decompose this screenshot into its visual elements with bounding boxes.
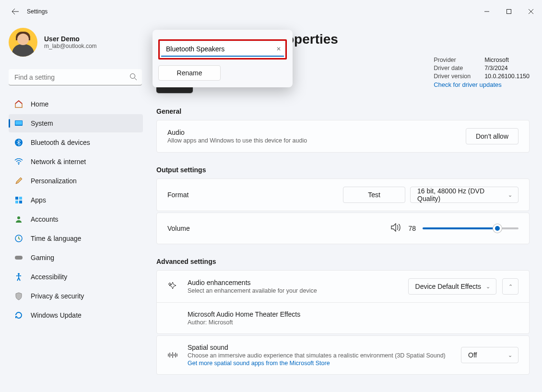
avatar xyxy=(9,28,37,57)
rename-popup: ✕ Rename xyxy=(153,30,293,87)
sidebar-item-label: Privacy & security xyxy=(31,292,84,300)
window-controls xyxy=(476,4,542,19)
driver-date-label: Driver date xyxy=(434,65,477,71)
volume-slider[interactable] xyxy=(423,227,518,229)
sidebar-item-label: System xyxy=(31,119,53,127)
section-output-label: Output settings xyxy=(156,166,530,174)
nav: Home System Bluetooth & devices Network … xyxy=(9,95,143,324)
window-title: Settings xyxy=(27,8,47,15)
search-icon xyxy=(130,73,137,83)
system-icon xyxy=(14,119,23,128)
spatial-dropdown[interactable]: Off ⌄ xyxy=(461,347,518,363)
sidebar-item-time[interactable]: Time & language xyxy=(9,229,143,248)
sidebar-item-label: Gaming xyxy=(31,254,54,261)
sidebar-item-label: Home xyxy=(31,100,48,108)
theater-title: Microsoft Audio Home Theater Effects xyxy=(188,310,300,318)
sidebar-item-accounts[interactable]: Accounts xyxy=(9,210,143,228)
sidebar-item-personalization[interactable]: Personalization xyxy=(9,172,143,190)
clock-icon xyxy=(14,234,23,243)
theater-author: Author: Microsoft xyxy=(188,319,300,326)
volume-label: Volume xyxy=(167,225,190,232)
audio-title: Audio xyxy=(167,129,307,136)
section-general-label: General xyxy=(156,107,530,115)
provider-value: Microsoft xyxy=(484,57,509,63)
sidebar-item-label: Apps xyxy=(31,196,46,204)
update-icon xyxy=(14,311,23,320)
arrow-left-icon xyxy=(12,8,19,15)
driver-info: ProviderMicrosoft Driver date7/3/2024 Dr… xyxy=(434,57,530,88)
user-profile[interactable]: User Demo m_lab@outlook.com xyxy=(9,23,143,66)
svg-point-7 xyxy=(18,164,19,165)
title-bar: Settings xyxy=(0,0,542,23)
card-spatial: Spatial sound Choose an immersive audio … xyxy=(156,335,530,375)
sidebar-item-privacy[interactable]: Privacy & security xyxy=(9,287,143,305)
svg-rect-10 xyxy=(15,201,18,203)
test-button[interactable]: Test xyxy=(343,187,405,203)
volume-value: 78 xyxy=(408,225,416,232)
section-advanced-label: Advanced settings xyxy=(156,258,530,265)
clear-icon[interactable]: ✕ xyxy=(276,46,281,52)
sidebar-item-apps[interactable]: Apps xyxy=(9,191,143,209)
spatial-title: Spatial sound xyxy=(188,344,446,351)
spatial-store-link[interactable]: Get more spatial sound apps from the Mic… xyxy=(188,360,446,367)
shield-icon xyxy=(14,292,23,300)
enhancements-dropdown[interactable]: Device Default Effects ⌄ xyxy=(408,278,496,295)
driver-version-label: Driver version xyxy=(434,73,477,80)
sidebar-item-bluetooth[interactable]: Bluetooth & devices xyxy=(9,133,143,152)
driver-version-value: 10.0.26100.1150 xyxy=(484,73,530,80)
card-format: Format Test 16 bit, 48000 Hz (DVD Qualit… xyxy=(156,178,530,211)
svg-rect-9 xyxy=(19,197,22,200)
sidebar-item-update[interactable]: Windows Update xyxy=(9,306,143,324)
rename-field-highlight xyxy=(158,39,287,59)
svg-line-3 xyxy=(135,78,137,81)
user-name: User Demo xyxy=(44,35,97,43)
search-field[interactable] xyxy=(9,69,142,85)
maximize-button[interactable] xyxy=(498,4,520,19)
close-button[interactable] xyxy=(520,4,542,19)
accessibility-icon xyxy=(14,273,23,281)
card-volume: Volume 78 xyxy=(156,213,530,244)
svg-point-15 xyxy=(18,273,20,275)
brush-icon xyxy=(14,177,23,185)
rename-button[interactable]: Rename xyxy=(158,65,221,81)
check-for-updates-link[interactable]: Check for driver updates xyxy=(434,81,530,88)
dont-allow-button[interactable]: Don't allow xyxy=(466,128,518,144)
chevron-up-icon: ⌃ xyxy=(508,284,513,290)
svg-rect-8 xyxy=(15,197,18,200)
driver-date-value: 7/3/2024 xyxy=(484,65,508,71)
sidebar-item-label: Personalization xyxy=(31,177,77,185)
spatial-value: Off xyxy=(468,351,477,359)
search-input[interactable] xyxy=(9,69,142,85)
apps-icon xyxy=(14,196,23,204)
svg-rect-5 xyxy=(15,121,22,125)
sidebar-item-gaming[interactable]: Gaming xyxy=(9,249,143,267)
sidebar-item-label: Network & internet xyxy=(31,158,86,166)
sidebar-item-label: Bluetooth & devices xyxy=(31,139,90,146)
svg-rect-1 xyxy=(507,10,511,14)
gamepad-icon xyxy=(14,253,23,262)
sidebar-item-label: Accounts xyxy=(31,215,59,223)
chevron-down-icon: ⌄ xyxy=(486,284,490,290)
minimize-button[interactable] xyxy=(476,4,498,19)
audio-desc: Allow apps and Windows to use this devic… xyxy=(167,137,307,144)
speaker-icon[interactable] xyxy=(391,223,401,234)
sidebar: User Demo m_lab@outlook.com Home System … xyxy=(0,23,149,392)
provider-label: Provider xyxy=(434,57,477,63)
home-icon xyxy=(14,100,23,108)
svg-point-12 xyxy=(17,216,20,219)
sidebar-item-label: Accessibility xyxy=(31,273,67,281)
format-dropdown[interactable]: 16 bit, 48000 Hz (DVD Quality) ⌄ xyxy=(410,187,518,203)
sidebar-item-home[interactable]: Home xyxy=(9,95,143,113)
sidebar-item-system[interactable]: System xyxy=(9,114,143,132)
enhancements-desc: Select an enhancement available for your… xyxy=(188,287,317,294)
svg-rect-11 xyxy=(19,201,22,203)
enhancements-value: Device Default Effects xyxy=(415,283,481,290)
enhancements-title: Audio enhancements xyxy=(188,279,317,286)
sidebar-item-network[interactable]: Network & internet xyxy=(9,153,143,171)
rename-input[interactable] xyxy=(161,42,284,57)
collapse-button[interactable]: ⌃ xyxy=(502,278,518,295)
spatial-desc: Choose an immersive audio experience tha… xyxy=(188,352,446,359)
back-button[interactable] xyxy=(6,2,25,21)
sidebar-item-accessibility[interactable]: Accessibility xyxy=(9,268,143,286)
svg-rect-14 xyxy=(15,256,23,260)
